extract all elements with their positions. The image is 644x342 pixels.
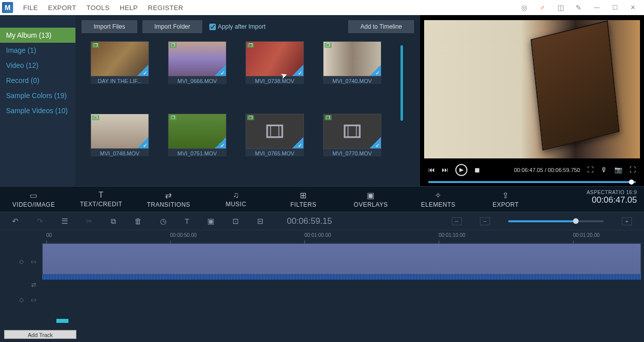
redo-button[interactable]: ↷ (37, 217, 43, 226)
menu-tools[interactable]: TOOLS (82, 4, 115, 12)
title-icon-1[interactable]: ◎ (515, 4, 533, 12)
media-thumb[interactable]: ❐MVI_0666.MOV (168, 41, 226, 86)
aspect-ratio-label: ASPECTRATIO 16:9 (587, 190, 637, 195)
tool-tabs: ▭VIDEO/IMAGETTEXT/CREDIT⇄TRANSITIONS♫MUS… (0, 186, 644, 212)
crop-icon[interactable]: ▣ (207, 217, 214, 226)
track2-type-icon[interactable]: ▭ (31, 296, 36, 303)
tool-icon-2[interactable]: ⊟ (257, 217, 264, 226)
list-icon[interactable]: ☰ (61, 217, 68, 226)
window-close[interactable]: ✕ (624, 4, 642, 11)
menu-register[interactable]: REGISTER (143, 4, 188, 12)
media-thumb[interactable]: ❐MVI_0765.MOV (246, 114, 304, 158)
media-thumb[interactable]: ❐MVI_0740.MOV (323, 41, 381, 86)
media-panel: Import Files Import Folder Apply after I… (75, 15, 420, 186)
preview-time: 00:06:47.05 / 00:06:59.750 (514, 167, 580, 173)
fullscreen-icon[interactable]: ⛶ (629, 166, 636, 174)
menu-export[interactable]: EXPORT (43, 4, 81, 12)
sidebar-item-colors[interactable]: Sample Colors (19) (0, 88, 75, 103)
play-button[interactable]: ▶ (455, 164, 467, 176)
app-logo: M (2, 2, 13, 13)
preview-seek-bar[interactable] (428, 181, 636, 183)
ruler-mark: 00 (46, 232, 52, 238)
thumb-label: MVI_0770.MOV (323, 149, 381, 156)
sidebar-item-record[interactable]: Record (0) (0, 73, 75, 88)
media-thumb[interactable]: ❐MVI_0751.MOV (168, 114, 226, 158)
window-minimize[interactable]: — (588, 4, 606, 11)
zoom-out-button[interactable]: − (480, 217, 490, 225)
next-frame-button[interactable]: ⏭ (442, 166, 448, 174)
sidebar-item-sample[interactable]: Sample Videos (10) (0, 103, 75, 118)
cut-icon[interactable]: ✂ (86, 217, 93, 226)
camera-icon[interactable]: 📷 (614, 166, 622, 174)
album-sidebar: My Album (13) Image (1) Video (12) Recor… (0, 15, 75, 186)
thumb-label: DAY IN THE LIF... (91, 76, 149, 84)
stop-button[interactable]: ◼ (474, 166, 480, 174)
svg-rect-3 (345, 125, 360, 137)
zoom-fit-button[interactable]: ↔ (452, 217, 462, 225)
apply-after-import-checkbox[interactable] (209, 24, 216, 30)
preview-panel: ⏮ ⏭ ▶ ◼ 00:06:47.05 / 00:06:59.750 ⛶ 🎙 📷… (420, 15, 644, 186)
thumb-label: MVI_0751.MOV (168, 149, 226, 156)
menu-help[interactable]: HELP (115, 4, 143, 12)
tool-tab[interactable]: ⊞FILTERS (270, 187, 337, 212)
current-duration: 00:06:47.05 (587, 195, 637, 205)
preview-icon-1[interactable]: ⛶ (587, 166, 594, 174)
tool-icon-1[interactable]: ⊡ (232, 217, 239, 226)
ruler-mark: 00:01:20.00 (573, 232, 600, 238)
track-transition-icon[interactable]: ⇄ (31, 281, 36, 288)
track-visible-icon[interactable]: ◇ (19, 258, 24, 265)
ruler-mark: 00:01:10.00 (439, 232, 465, 238)
prev-frame-button[interactable]: ⏮ (428, 166, 435, 174)
tool-tab[interactable]: ♫MUSIC (202, 187, 270, 212)
thumb-label: MVI_0765.MOV (246, 149, 304, 156)
tool-tab[interactable]: ⇄TRANSITIONS (135, 187, 202, 212)
sidebar-item-video[interactable]: Video (12) (0, 58, 75, 73)
zoom-slider[interactable] (508, 220, 604, 222)
title-icon-3[interactable]: ◫ (551, 4, 570, 12)
tool-tab[interactable]: ▭VIDEO/IMAGE (0, 187, 67, 212)
tool-tab[interactable]: TTEXT/CREDIT (67, 187, 135, 212)
video-clip[interactable] (42, 243, 641, 275)
timeline-ruler[interactable]: 0000:00:50.0000:01:00.0000:01:10.0000:01… (42, 230, 644, 243)
timeline: 0000:00:50.0000:01:00.0000:01:10.0000:01… (0, 230, 644, 342)
undo-button[interactable]: ↶ (12, 217, 19, 226)
title-bar: M FILE EXPORT TOOLS HELP REGISTER ◎ ♂ ◫ … (0, 0, 644, 15)
clock-icon[interactable]: ◷ (160, 217, 167, 226)
add-to-timeline-button[interactable]: Add to Timeline (348, 20, 414, 33)
title-icon-4[interactable]: ✎ (570, 4, 588, 12)
media-scrollbar[interactable] (400, 45, 403, 121)
sidebar-item-myalbum[interactable]: My Album (13) (0, 28, 75, 43)
track-type-video-icon[interactable]: ▭ (31, 258, 36, 265)
delete-icon[interactable]: 🗑 (134, 217, 142, 225)
add-track-button[interactable]: Add Track (4, 330, 76, 339)
audio-clip[interactable] (42, 275, 641, 280)
tool-tab[interactable]: ✧ELEMENTS (405, 187, 472, 212)
media-thumb[interactable]: ❐MVI_0770.MOV (323, 114, 381, 158)
track2-visible-icon[interactable]: ◇ (19, 296, 24, 303)
media-thumb[interactable]: ❐DAY IN THE LIF... (91, 41, 149, 86)
media-thumb[interactable]: ❐MVI_0748.MOV (91, 114, 149, 158)
text-icon[interactable]: T (185, 217, 189, 225)
title-icon-2[interactable]: ♂ (533, 4, 551, 12)
thumb-label: MVI_0738.MOV (246, 76, 304, 84)
media-thumb[interactable]: ❐MVI_0738.MOV (246, 41, 304, 86)
import-folder-button[interactable]: Import Folder (142, 20, 202, 33)
apply-after-label: Apply after Import (218, 23, 266, 30)
ruler-mark: 00:01:00.00 (304, 232, 331, 238)
sidebar-item-image[interactable]: Image (1) (0, 43, 75, 58)
menu-file[interactable]: FILE (18, 4, 43, 12)
tool-tab[interactable]: ▣OVERLAYS (337, 187, 405, 212)
media-grid: ❐DAY IN THE LIF...❐MVI_0666.MOV❐MVI_0738… (75, 38, 420, 186)
thumb-label: MVI_0666.MOV (168, 76, 226, 84)
thumb-label: MVI_0748.MOV (91, 149, 149, 156)
tool-tab[interactable]: ⇪EXPORT (472, 187, 539, 212)
zoom-in-button[interactable]: + (622, 217, 632, 225)
import-files-button[interactable]: Import Files (82, 20, 137, 33)
apply-after-import-check[interactable]: Apply after Import (209, 23, 266, 30)
window-maximize[interactable]: ☐ (606, 4, 624, 11)
svg-rect-0 (267, 125, 282, 137)
timeline-marker[interactable] (56, 319, 68, 323)
edit-toolbar: ↶ ↷ ☰ ✂ ⧉ 🗑 ◷ T ▣ ⊡ ⊟ 00:06:59.15 ↔ − + (0, 212, 644, 230)
mic-icon[interactable]: 🎙 (601, 166, 607, 174)
split-icon[interactable]: ⧉ (111, 217, 116, 226)
